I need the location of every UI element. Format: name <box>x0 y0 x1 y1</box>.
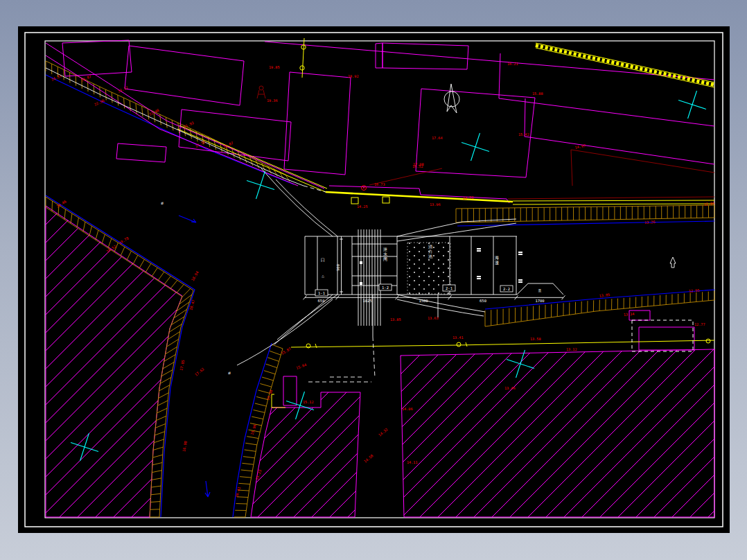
structure-label: 海漫 <box>495 255 499 265</box>
structure-label: 皿 <box>538 289 542 292</box>
section-tag-label: 2-1 <box>446 286 452 290</box>
red-elevation-label: 13.12 <box>566 347 577 351</box>
pier-block <box>360 282 362 285</box>
red-elevation-label: 13.85 <box>390 317 401 322</box>
red-elevation-label: 13.26 <box>644 220 656 225</box>
dimension-value: 1700 <box>535 299 544 303</box>
section-tag-label: 1-1 <box>318 291 325 295</box>
dimension-value: 650 <box>318 299 325 303</box>
red-elevation-label: 16.21 <box>507 62 518 66</box>
red-elevation-label: 15.88 <box>532 91 543 96</box>
red-elevation-label: 15.42 <box>518 132 529 137</box>
structure-label: △ <box>322 273 324 278</box>
dimension-value: 1025 <box>362 299 371 303</box>
pier-block <box>360 261 362 264</box>
red-elevation-label: 13.58 <box>530 337 541 341</box>
red-elevation-label: 13.63 <box>428 316 439 320</box>
dimension-value: 650 <box>480 299 486 303</box>
dimension-value: 1500 <box>419 299 428 303</box>
red-elevation-label: 12.77 <box>694 322 705 326</box>
structure-label: 口 <box>321 257 325 263</box>
structure-label: 消力池 <box>428 244 432 259</box>
section-tag-label: 2-2 <box>503 287 510 291</box>
vertical-dimension-value: 900 <box>336 264 340 271</box>
structure-label: 泄水闸 <box>383 247 387 262</box>
red-elevation-label: 16.73 <box>374 182 385 186</box>
red-elevation-label: 14.25 <box>357 204 368 209</box>
structure-label: ø <box>228 370 231 375</box>
red-elevation-label: 13.96 <box>430 202 441 207</box>
red-elevation-label: 13.46 <box>504 386 516 390</box>
red-elevation-label: 19.85 <box>269 65 280 69</box>
structure-label: ø <box>161 200 164 205</box>
red-elevation-label: 17.64 <box>432 136 443 140</box>
cad-drawing-viewport[interactable]: 650102515006501700900 1-11-22-12-2 泄水闸消力… <box>0 0 747 560</box>
section-tag-label: 1-2 <box>382 286 389 290</box>
red-elevation-label: 16.52 <box>412 164 423 168</box>
red-elevation-label: 18.92 <box>348 74 359 78</box>
red-elevation-label: 19.36 <box>267 98 278 103</box>
red-elevation-label: 14.06 <box>402 407 413 411</box>
red-elevation-label: 14.11 <box>407 460 418 464</box>
red-elevation-label: 13.41 <box>452 335 464 340</box>
parcel-hatch-bottom-right <box>401 349 714 517</box>
cad-drawing[interactable]: 650102515006501700900 1-11-22-12-2 泄水闸消力… <box>0 0 747 560</box>
red-elevation-label: 15.12 <box>303 400 314 404</box>
benchmark-dot <box>363 187 364 189</box>
